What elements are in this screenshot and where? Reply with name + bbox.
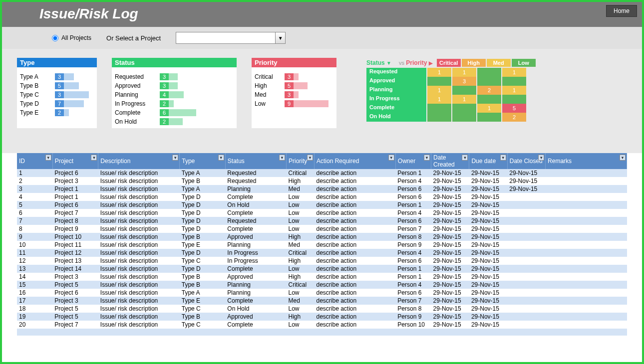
table-cell	[507, 233, 545, 241]
table-row[interactable]: 18Project 5Issue/ risk descriptionType C…	[17, 305, 627, 313]
column-header[interactable]: Date Closed▼	[507, 153, 545, 169]
table-row[interactable]: 16Project 6Issue/ risk descriptionType A…	[17, 289, 627, 297]
table-cell: Type C	[180, 321, 226, 329]
type-summary: Type Type A3Type B5Type C3Type D7Type E2	[17, 58, 97, 128]
table-cell: 29-Nov-15	[469, 209, 507, 217]
table-cell: describe action	[314, 193, 395, 201]
table-cell	[546, 289, 627, 297]
table-cell: Person 7	[395, 225, 431, 233]
matrix-cell	[427, 113, 451, 122]
table-row[interactable]: 3Project 1Issue/ risk descriptionType AP…	[17, 185, 627, 193]
summary-bar-row: Critical3	[255, 72, 333, 81]
table-cell: Type D	[180, 249, 226, 257]
bar-value: 3	[55, 73, 64, 80]
table-cell: describe action	[314, 241, 395, 249]
table-cell: Critical	[286, 281, 314, 289]
table-cell: 29-Nov-15	[431, 177, 469, 185]
table-cell: 29-Nov-15	[431, 169, 469, 177]
table-cell: 9	[17, 233, 52, 241]
table-cell: Type E	[180, 241, 226, 249]
filter-dropdown-icon[interactable]: ▼	[620, 155, 626, 161]
table-cell: describe action	[314, 297, 395, 305]
filter-dropdown-icon[interactable]: ▼	[91, 155, 97, 161]
table-cell: Issue/ risk description	[98, 201, 180, 209]
bar-label: Med	[255, 91, 285, 98]
table-cell: Med	[286, 185, 314, 193]
table-row[interactable]: 10Project 11Issue/ risk descriptionType …	[17, 241, 627, 249]
filter-dropdown-icon[interactable]: ▼	[307, 155, 313, 161]
table-cell: Issue/ risk description	[98, 273, 180, 281]
matrix-cell	[427, 104, 451, 113]
table-row[interactable]: 7Project 8Issue/ risk descriptionType DR…	[17, 217, 627, 225]
table-cell: Approved	[225, 233, 286, 241]
table-cell: 29-Nov-15	[469, 249, 507, 257]
table-row[interactable]: 11Project 12Issue/ risk descriptionType …	[17, 249, 627, 257]
matrix-cell: 1	[452, 95, 476, 104]
table-row[interactable]: 5Project 6Issue/ risk descriptionType DO…	[17, 201, 627, 209]
filter-dropdown-icon[interactable]: ▼	[45, 155, 51, 161]
table-cell: Type D	[180, 201, 226, 209]
column-header[interactable]: Owner▼	[395, 153, 431, 169]
filter-dropdown-icon[interactable]: ▼	[538, 155, 544, 161]
column-header[interactable]: Type▼	[180, 153, 226, 169]
table-cell: 29-Nov-15	[431, 265, 469, 273]
table-cell	[546, 193, 627, 201]
table-cell: Issue/ risk description	[98, 217, 180, 225]
table-row[interactable]: 2Project 3Issue/ risk descriptionType BR…	[17, 177, 627, 185]
table-cell: describe action	[314, 281, 395, 289]
column-header[interactable]: Status▼	[225, 153, 286, 169]
table-cell: 29-Nov-15	[469, 193, 507, 201]
table-row[interactable]: 13Project 14Issue/ risk descriptionType …	[17, 265, 627, 273]
filter-dropdown-icon[interactable]: ▼	[462, 155, 468, 161]
table-cell: Planning	[225, 241, 286, 249]
table-cell: Critical	[286, 249, 314, 257]
all-projects-radio[interactable]: All Projects	[52, 34, 91, 41]
filter-dropdown-icon[interactable]: ▼	[279, 155, 285, 161]
column-header[interactable]: Date Created▼	[431, 153, 469, 169]
column-header-label: Owner	[398, 158, 415, 165]
table-row[interactable]: 4Project 1Issue/ risk descriptionType DC…	[17, 193, 627, 201]
column-header[interactable]: Description▼	[98, 153, 180, 169]
table-row[interactable]: 15Project 5Issue/ risk descriptionType B…	[17, 281, 627, 289]
table-row[interactable]: 20Project 7Issue/ risk descriptionType C…	[17, 321, 627, 329]
table-row[interactable]: 9Project 10Issue/ risk descriptionType B…	[17, 233, 627, 241]
table-row[interactable]: 17Project 3Issue/ risk descriptionType E…	[17, 297, 627, 305]
all-projects-radio-input[interactable]	[52, 35, 58, 41]
column-header[interactable]: Priority▼	[286, 153, 314, 169]
table-cell: Issue/ risk description	[98, 297, 180, 305]
table-cell: Type D	[180, 265, 226, 273]
table-cell: On Hold	[225, 201, 286, 209]
table-cell: 29-Nov-15	[469, 225, 507, 233]
filter-dropdown-icon[interactable]: ▼	[172, 155, 178, 161]
table-cell: Type D	[180, 209, 226, 217]
table-cell: 29-Nov-15	[431, 209, 469, 217]
project-select[interactable]: ▼	[176, 32, 286, 44]
column-header[interactable]: Project▼	[52, 153, 98, 169]
bar-value: 3	[160, 82, 169, 89]
filter-dropdown-icon[interactable]: ▼	[424, 155, 430, 161]
table-row[interactable]: 1Project 6Issue/ risk descriptionType AR…	[17, 169, 627, 177]
home-button[interactable]: Home	[606, 5, 637, 17]
table-cell: Type C	[180, 257, 226, 265]
column-header[interactable]: Remarks▼	[546, 153, 627, 169]
table-cell: 29-Nov-15	[431, 217, 469, 225]
matrix-row-label: Complete	[366, 104, 426, 113]
column-header[interactable]: ID▼	[17, 153, 52, 169]
table-cell: Type A	[180, 185, 226, 193]
table-row[interactable]: 6Project 7Issue/ risk descriptionType DC…	[17, 209, 627, 217]
table-cell: 2	[17, 177, 52, 185]
table-cell: Project 14	[52, 265, 98, 273]
filter-dropdown-icon[interactable]: ▼	[500, 155, 506, 161]
filter-dropdown-icon[interactable]: ▼	[218, 155, 224, 161]
status-priority-matrix: Status ▼ vs Priority ▶ Critical High Med…	[366, 58, 536, 128]
filter-dropdown-icon[interactable]: ▼	[388, 155, 394, 161]
table-row[interactable]: 12Project 13Issue/ risk descriptionType …	[17, 257, 627, 265]
table-row[interactable]: 8Project 9Issue/ risk descriptionType DC…	[17, 225, 627, 233]
column-header[interactable]: Action Required▼	[314, 153, 395, 169]
dropdown-icon[interactable]: ▼	[275, 32, 285, 43]
column-header[interactable]: Due date▼	[469, 153, 507, 169]
table-row[interactable]: 14Project 3Issue/ risk descriptionType B…	[17, 273, 627, 281]
table-cell	[507, 225, 545, 233]
table-cell: 29-Nov-15	[469, 185, 507, 193]
table-row[interactable]: 19Project 5Issue/ risk descriptionType B…	[17, 313, 627, 321]
